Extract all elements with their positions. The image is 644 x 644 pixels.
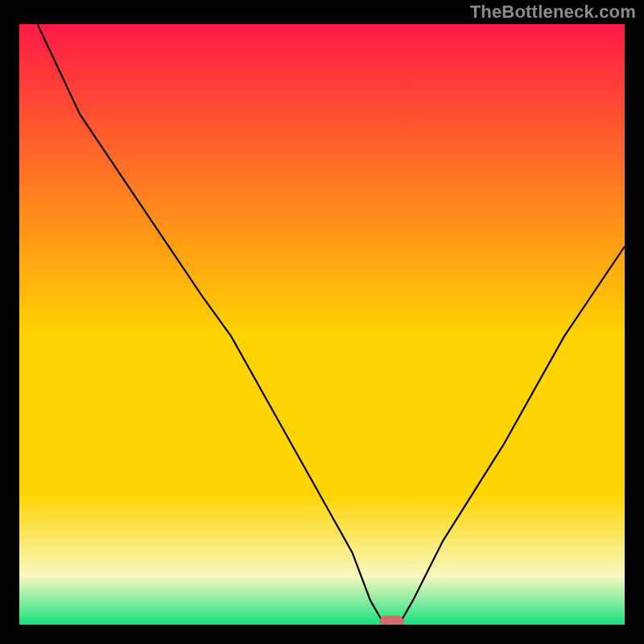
plot-area <box>19 24 625 625</box>
gradient-background <box>19 24 625 625</box>
optimal-marker <box>379 616 403 625</box>
chart-svg <box>19 24 625 625</box>
watermark-label: TheBottleneck.com <box>470 2 636 23</box>
chart-container: TheBottleneck.com <box>0 0 644 644</box>
